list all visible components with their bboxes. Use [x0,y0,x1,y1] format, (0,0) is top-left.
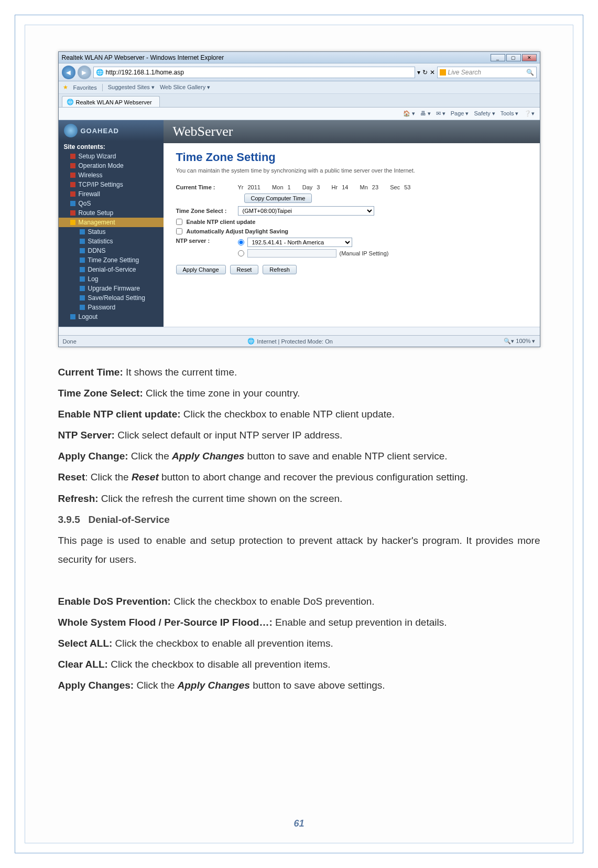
maximize-button[interactable]: ▢ [506,54,521,61]
window-title: Realtek WLAN AP Webserver - Windows Inte… [62,54,224,61]
document-body: Current Time: It shows the current time.… [58,363,540,695]
current-time-row: Current Time : Yr2011 Mon1 Day3 Hr14 Mn2… [176,184,527,190]
browser-tab[interactable]: 🌐 Realtek WLAN AP Webserver [62,96,160,107]
nav-label: Firewall [79,190,100,198]
tab-favicon: 🌐 [67,99,74,105]
help-icon[interactable]: ❔▾ [524,110,535,117]
favorites-label[interactable]: Favorites [73,84,97,91]
nav-label: TCP/IP Settings [79,181,123,188]
page-menu[interactable]: Page ▾ [451,110,469,117]
hr-label: Hr [332,184,338,190]
term-dos-enable: Enable DoS Prevention: [58,596,171,607]
tools-menu[interactable]: Tools ▾ [501,110,519,117]
page-icon: 🌐 [96,69,104,76]
tz-select[interactable]: (GMT+08:00)Taipei [238,206,374,216]
desc-dos-enable: Click the checkbox to enable DoS prevent… [171,596,375,607]
nav-firewall[interactable]: Firewall [59,189,164,199]
day-value: 3 [317,184,320,190]
nav-dos[interactable]: Denial-of-Service [59,265,164,274]
refresh-icon[interactable]: ↻ [422,69,428,76]
nav-log[interactable]: Log [59,274,164,284]
reset-button[interactable]: Reset [230,265,259,274]
nav-upgrade-fw[interactable]: Upgrade Firmware [59,284,164,293]
dst-label: Automatically Adjust Daylight Saving [187,228,289,234]
search-box[interactable]: Live Search 🔍 [437,67,537,78]
page-title: Time Zone Setting [176,151,527,164]
term-refresh: Refresh: [58,493,99,504]
status-zone: Internet | Protected Mode: On [257,338,333,345]
mn-label: Mn [360,184,368,190]
apply-change-button[interactable]: Apply Change [176,265,226,274]
ntp-enable-checkbox[interactable] [176,219,182,225]
mon-label: Mon [272,184,283,190]
nav-statistics[interactable]: Statistics [59,237,164,246]
nav-operation-mode[interactable]: Operation Mode [59,161,164,170]
address-bar[interactable]: 🌐 http://192.168.1.1/home.asp [93,67,415,78]
folder-icon [70,163,75,168]
minimize-button[interactable]: _ [491,54,505,61]
page-icon [80,267,85,272]
favorites-star-icon[interactable]: ★ [63,84,68,91]
nav-save-reload[interactable]: Save/Reload Setting [59,293,164,303]
nav-label: Wireless [79,172,103,179]
term-flood: Whole System Flood / Per-Source IP Flood… [58,617,273,628]
brand-text: GOAHEAD [81,127,119,135]
ntp-manual-radio[interactable] [238,250,244,256]
zoom-value: 100% [516,338,530,344]
fav-link-webslice[interactable]: Web Slice Gallery ▾ [160,84,210,91]
nav-wireless[interactable]: Wireless [59,170,164,180]
ie-window: Realtek WLAN AP Webserver - Windows Inte… [58,51,540,347]
nav-management[interactable]: Management [59,218,164,227]
zoom-icon[interactable]: 🔍▾ [504,338,514,344]
read-mail-icon[interactable]: ✉ ▾ [436,110,445,117]
horizontal-scrollbar[interactable] [59,327,540,335]
search-icon[interactable]: 🔍 [526,69,534,76]
ntp-manual-input[interactable] [247,249,336,258]
nav-qos[interactable]: QoS [59,199,164,208]
folder-icon [70,191,75,197]
nav-root: Site contents: [59,141,164,152]
page-description: You can maintain the system time by sync… [176,167,438,174]
nav-route-setup[interactable]: Route Setup [59,208,164,218]
folder-icon [70,182,75,187]
home-icon[interactable]: 🏠 ▾ [403,110,415,117]
safety-menu[interactable]: Safety ▾ [474,110,495,117]
ntp-default-select[interactable]: 192.5.41.41 - North America [247,238,352,247]
page-icon [80,229,85,234]
dst-checkbox[interactable] [176,228,182,234]
nav-label: Logout [79,313,98,320]
back-button[interactable]: ◄ [62,66,75,79]
ntp-default-radio[interactable] [238,239,244,245]
nav-label: Status [88,228,106,235]
nav-time-zone[interactable]: Time Zone Setting [59,255,164,265]
copy-computer-time-button[interactable]: Copy Computer Time [244,194,312,203]
desc-refresh: Click the refresh the current time shown… [99,493,343,504]
folder-icon [70,173,75,178]
close-button[interactable]: ✕ [522,54,537,61]
nav-password[interactable]: Password [59,303,164,312]
folder-icon [70,210,75,216]
desc-current-time: It shows the current time. [123,367,237,378]
dropdown-icon[interactable]: ▾ [417,69,420,76]
feeds-icon[interactable]: 🖶 ▾ [420,110,431,117]
internet-zone-icon: 🌐 [247,338,255,345]
nav-tcpip[interactable]: TCP/IP Settings [59,180,164,189]
ntp-manual-hint: (Manual IP Setting) [340,250,389,256]
tab-label: Realtek WLAN AP Webserver [76,99,152,105]
term-ntp-enable: Enable NTP client update: [58,409,181,420]
nav-label: Denial-of-Service [88,266,136,273]
mon-value: 1 [288,184,291,190]
desc-flood: Enable and setup prevention in details. [273,617,447,628]
forward-button[interactable]: ► [78,66,91,79]
nav-status[interactable]: Status [59,227,164,237]
stop-icon[interactable]: ✕ [430,69,435,76]
term-tz-select: Time Zone Select: [58,388,143,399]
nav-ddns[interactable]: DDNS [59,246,164,255]
nav-setup-wizard[interactable]: Setup Wizard [59,152,164,161]
term-apply-change: Apply Change: [58,451,128,462]
nav-logout[interactable]: Logout [59,312,164,322]
fav-link-suggested[interactable]: Suggested Sites ▾ [108,84,155,91]
refresh-button[interactable]: Refresh [263,265,297,274]
nav-label: Statistics [88,238,113,245]
nav-label: Upgrade Firmware [88,285,140,292]
